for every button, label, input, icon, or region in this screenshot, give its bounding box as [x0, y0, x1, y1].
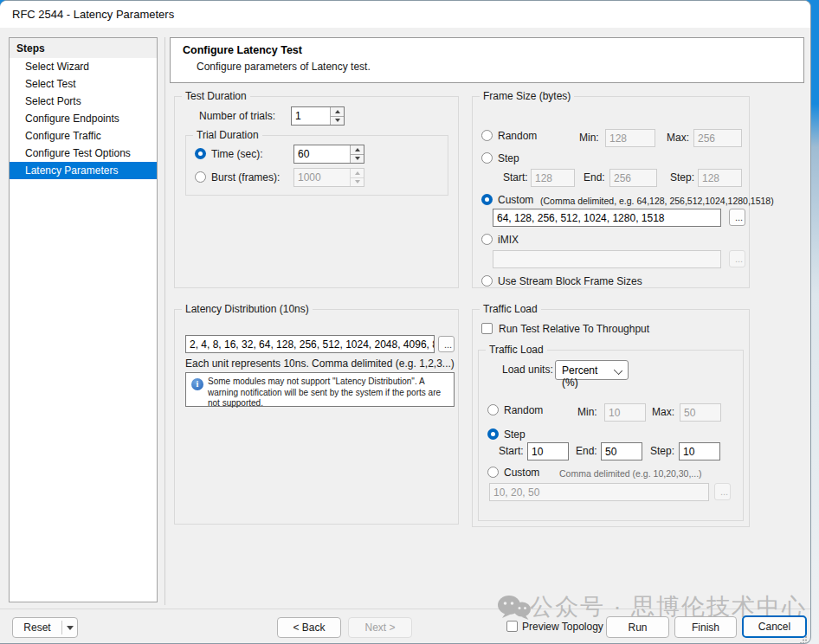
back-button[interactable]: < Back	[277, 617, 341, 638]
resize-grip-icon[interactable]	[799, 632, 808, 641]
preview-topology-checkbox[interactable]	[506, 621, 518, 632]
load-min-label: Min:	[577, 406, 597, 418]
load-random-label: Random	[504, 404, 543, 416]
sidebar-item-configure-endpoints[interactable]: Configure Endpoints	[10, 110, 157, 127]
burst-spinner: 1000	[293, 168, 364, 187]
frame-imix-radio[interactable]	[481, 234, 493, 245]
frame-custom-browse-button[interactable]: ...	[729, 209, 745, 226]
frame-imix-label: iMIX	[498, 234, 519, 246]
frame-random-label: Random	[498, 130, 537, 142]
relative-throughput-checkbox[interactable]	[481, 323, 493, 334]
frame-custom-input[interactable]: 64, 128, 256, 512, 1024, 1280, 1518	[493, 209, 721, 227]
load-step-radio[interactable]	[487, 428, 499, 440]
frame-min-label: Min:	[579, 132, 599, 144]
load-custom-input: 10, 20, 50	[489, 483, 709, 501]
latency-distribution-input[interactable]: 2, 4, 8, 16, 32, 64, 128, 256, 512, 1024…	[185, 335, 435, 353]
latency-distribution-group: Latency Distribution (10ns) 2, 4, 8, 16,…	[174, 309, 459, 525]
load-step-label: Step	[504, 428, 526, 441]
number-of-trials-value[interactable]: 1	[292, 107, 330, 125]
spin-up-icon	[351, 169, 364, 177]
time-radio[interactable]	[195, 148, 206, 159]
sidebar-item-configure-test-options[interactable]: Configure Test Options	[10, 145, 157, 162]
frame-end-input: 256	[609, 169, 657, 187]
reset-split-button[interactable]: Reset	[12, 617, 78, 638]
frame-streamblock-radio[interactable]	[481, 275, 493, 287]
load-units-select[interactable]: Percent (%)	[555, 360, 629, 380]
steps-header: Steps	[10, 38, 157, 58]
trial-duration-title: Trial Duration	[193, 129, 262, 141]
frame-min-input: 128	[605, 129, 655, 147]
time-spinner[interactable]: 60	[293, 145, 364, 164]
frame-custom-hint: (Comma delimited, e.g. 64,128, 256,512,1…	[540, 196, 774, 206]
time-value[interactable]: 60	[294, 145, 350, 163]
frame-start-input: 128	[531, 169, 575, 187]
trial-duration-group: Trial Duration Time (sec): 60 Burst (fra…	[185, 135, 448, 196]
latency-warning-box: i Some modules may not support "Latency …	[185, 372, 455, 407]
load-units-value: Percent (%)	[562, 364, 597, 389]
sidebar-item-latency-parameters[interactable]: Latency Parameters	[10, 162, 157, 179]
wechat-icon	[497, 595, 532, 624]
frame-random-radio[interactable]	[481, 130, 493, 141]
load-max-label: Max:	[652, 406, 674, 418]
traffic-load-inner-title: Traffic Load	[486, 344, 547, 356]
frame-max-input: 256	[693, 129, 742, 147]
sidebar-divider	[164, 37, 165, 605]
frame-custom-radio[interactable]	[481, 194, 493, 205]
frame-step-label: Step	[498, 152, 519, 164]
spin-up-icon[interactable]	[351, 145, 364, 154]
frame-stepsize-label: Step:	[670, 171, 694, 184]
load-random-radio[interactable]	[487, 404, 499, 415]
title-bar[interactable]: RFC 2544 - Latency Parameters	[0, 1, 810, 28]
load-custom-label: Custom	[504, 467, 539, 479]
page-subtitle: Configure parameters of Latency test.	[197, 61, 371, 73]
sidebar-item-select-wizard[interactable]: Select Wizard	[10, 58, 157, 75]
info-icon: i	[191, 378, 203, 390]
burst-radio[interactable]	[195, 171, 206, 183]
time-label: Time (sec):	[211, 148, 263, 160]
latency-distribution-hint: Each unit represents 10ns. Comma delimit…	[185, 357, 455, 370]
load-max-input: 50	[680, 403, 721, 422]
reset-button[interactable]: Reset	[13, 621, 61, 634]
page-header: Configure Latency Test Configure paramet…	[170, 37, 804, 83]
frame-size-title: Frame Size (bytes)	[480, 90, 574, 102]
latency-distribution-browse-button[interactable]: ...	[438, 336, 455, 352]
sidebar-item-select-test[interactable]: Select Test	[10, 75, 157, 93]
frame-streamblock-label: Use Stream Block Frame Sizes	[498, 275, 642, 287]
load-min-input: 10	[604, 403, 646, 422]
load-custom-hint: Comma delimited (e.g. 10,20,30,...)	[559, 468, 702, 479]
next-button: Next >	[348, 617, 412, 638]
frame-stepsize-input: 128	[698, 169, 742, 187]
load-custom-radio[interactable]	[487, 467, 499, 478]
preview-topology-label: Preview Topology	[522, 621, 603, 633]
number-of-trials-spinner[interactable]: 1	[291, 106, 345, 126]
cancel-button[interactable]: Cancel	[742, 615, 807, 638]
sidebar-item-configure-traffic[interactable]: Configure Traffic	[10, 127, 157, 145]
burst-value: 1000	[294, 169, 350, 186]
traffic-load-inner-group: Traffic Load Load units: Percent (%) Ran…	[478, 350, 744, 521]
load-stepsize-label: Step:	[650, 445, 674, 457]
frame-max-label: Max:	[667, 132, 689, 144]
load-start-input[interactable]: 10	[527, 442, 569, 460]
load-end-input[interactable]: 50	[601, 442, 642, 460]
relative-throughput-label: Run Test Relative To Throughput	[499, 323, 649, 335]
reset-dropdown-icon[interactable]	[67, 626, 74, 630]
run-button[interactable]: Run	[606, 616, 669, 638]
spin-up-icon[interactable]	[331, 107, 344, 116]
test-duration-group: Test Duration Number of trials: 1 Trial …	[174, 96, 459, 288]
frame-start-label: Start:	[503, 171, 528, 184]
spin-down-icon[interactable]	[331, 116, 344, 126]
test-duration-title: Test Duration	[182, 90, 250, 102]
load-custom-browse-button: ...	[714, 483, 731, 500]
frame-end-label: End:	[584, 171, 605, 184]
load-stepsize-input[interactable]: 10	[679, 442, 720, 460]
sidebar-item-select-ports[interactable]: Select Ports	[10, 93, 157, 110]
latency-distribution-title: Latency Distribution (10ns)	[182, 303, 313, 315]
spin-down-icon[interactable]	[351, 154, 364, 164]
frame-size-group: Frame Size (bytes) Random Min: 128 Max: …	[472, 96, 750, 288]
traffic-load-group: Traffic Load Run Test Relative To Throug…	[472, 309, 750, 527]
page-title: Configure Latency Test	[183, 44, 302, 56]
finish-button[interactable]: Finish	[674, 616, 737, 638]
frame-step-radio[interactable]	[481, 152, 493, 164]
steps-panel: Steps Select Wizard Select Test Select P…	[9, 37, 158, 602]
frame-imix-input	[493, 250, 721, 268]
